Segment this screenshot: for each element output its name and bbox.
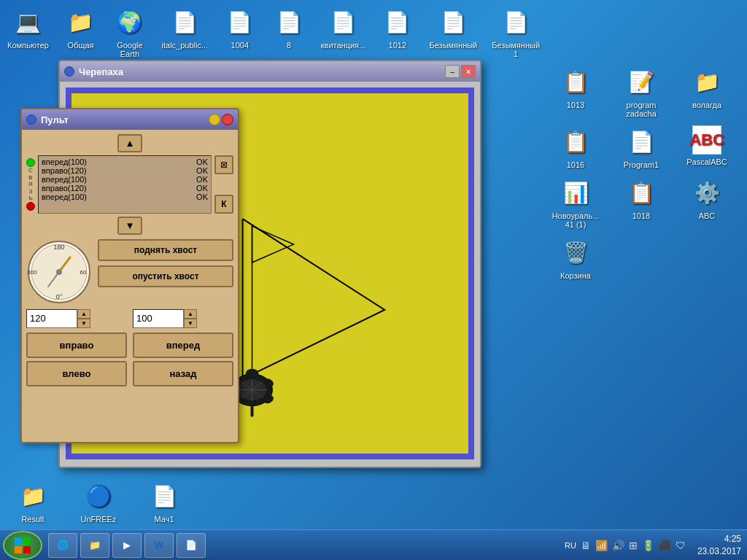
log-status-4: OK <box>196 192 208 201</box>
log-k-button[interactable]: К <box>214 195 233 214</box>
audio-icon[interactable]: 🔊 <box>612 540 624 551</box>
network-icon[interactable]: 📶 <box>595 540 608 551</box>
abc-icon: ⚙️ <box>691 176 723 209</box>
usb-icon[interactable]: ⬛ <box>659 540 671 551</box>
main-window-title: Черепаха <box>79 66 123 77</box>
taskbar-ie-btn[interactable]: 🌐 <box>48 533 77 558</box>
main-window-titlebar: Черепаха – ✕ <box>60 61 480 82</box>
icon-label-8: 8 <box>287 41 291 50</box>
arrow-down-button[interactable]: ▼ <box>117 217 142 235</box>
file-1016-icon: 📋 <box>560 125 592 158</box>
log-row-4: вперед(100) OK <box>42 192 208 201</box>
monitor-icon[interactable]: ⊞ <box>629 540 638 551</box>
log-row-3: вправо(120) OK <box>42 184 208 192</box>
taskbar-file-btn[interactable]: 📄 <box>177 533 206 558</box>
angle-spin-down[interactable]: ▼ <box>77 319 90 328</box>
desktop-icon-1013[interactable]: 📋 1013 <box>550 66 601 118</box>
icon-label-1016: 1016 <box>567 160 584 169</box>
italc-icon: 📄 <box>169 6 201 38</box>
kvitancia-icon: 📄 <box>327 6 359 38</box>
taskbar-word-btn[interactable]: W <box>144 533 174 558</box>
indicator-green <box>26 158 35 167</box>
pult-close-btn[interactable] <box>222 114 233 125</box>
icon-label-volagda: волагда <box>692 101 721 109</box>
desktop-icon-result[interactable]: 📁 Result <box>7 480 58 524</box>
program1-icon: 📄 <box>625 125 657 158</box>
desktop-icon-1018[interactable]: 📋 1018 <box>616 176 667 229</box>
programzadacha-icon: 📝 <box>625 66 657 98</box>
taskbar-media-btn[interactable]: ▶ <box>112 533 142 558</box>
opustit-button[interactable]: опустить хвост <box>98 265 233 287</box>
vpered-button[interactable]: вперед <box>133 332 233 358</box>
mach1-icon: 📄 <box>148 480 180 512</box>
angle-spin-up[interactable]: ▲ <box>77 309 90 319</box>
arrow-up-button[interactable]: ▲ <box>117 134 142 152</box>
icon-label-computer: Компьютер <box>7 41 49 50</box>
pult-window-controls <box>209 114 233 125</box>
desktop-icon-folder[interactable]: 📁 Общая <box>63 6 98 50</box>
file-1004-icon: 📄 <box>224 6 256 38</box>
icon-label-korzina: Корзина <box>560 271 591 280</box>
vpravo-button[interactable]: вправо <box>26 332 127 358</box>
pult-window-icon <box>26 114 36 125</box>
icon-label-italc: italc_public... <box>162 41 209 50</box>
desktop-icon-computer[interactable]: 💻 Компьютер <box>7 6 49 50</box>
desktop-icon-abc[interactable]: ⚙️ ABC <box>681 176 732 229</box>
desktop-icon-bezym1[interactable]: 📄 Безымянный <box>430 6 478 50</box>
taskbar-tray: RU 🖥 📶 🔊 ⊞ 🔋 ⬛ 🛡 <box>559 540 692 551</box>
icon-label-abc: ABC <box>699 211 716 220</box>
controls-row: 180 0° 300 60 поднять хвост опустить хво… <box>26 239 233 305</box>
clock[interactable]: 4:25 23.03.2017 <box>692 533 747 558</box>
nvidia-icon[interactable]: 🖥 <box>581 540 591 551</box>
svg-rect-26 <box>23 546 31 553</box>
file-8-icon: 📄 <box>273 6 305 38</box>
steps-spin-up[interactable]: ▲ <box>184 309 197 319</box>
steps-spin-down[interactable]: ▼ <box>184 319 197 328</box>
desktop-icon-1004[interactable]: 📄 1004 <box>222 6 257 50</box>
main-window-icon <box>64 66 74 77</box>
desktop-icon-8[interactable]: 📄 8 <box>271 6 306 50</box>
desktop-icon-1016[interactable]: 📋 1016 <box>550 125 601 169</box>
log-cmd-2: вперед(100) <box>42 175 87 184</box>
desktop-icon-kvitancia[interactable]: 📄 квитанция... <box>321 6 365 50</box>
start-button[interactable] <box>3 531 42 560</box>
desktop-icon-mach1[interactable]: 📄 Мач1 <box>139 480 190 524</box>
log-table: вперед(100) OK вправо(120) OK вперед(100… <box>38 155 212 214</box>
desktop-icon-bezym2[interactable]: 📄 Безымянный 1 <box>492 6 540 58</box>
angle-spin: ▲ ▼ <box>77 309 90 328</box>
log-status-1: OK <box>196 166 208 175</box>
podniat-button[interactable]: поднять хвост <box>98 239 233 261</box>
security-icon[interactable]: 🛡 <box>676 540 686 551</box>
main-window-close[interactable]: ✕ <box>461 65 476 78</box>
desktop-icon-novour[interactable]: 📊 Новоураль... 41 (1) <box>550 176 601 229</box>
taskbar: 🌐 📁 ▶ W 📄 RU 🖥 📶 🔊 ⊞ 🔋 ⬛ 🛡 <box>0 529 747 560</box>
nazad-button[interactable]: назад <box>133 361 233 386</box>
bottom-icons: 📁 Result 🔵 UnFREEz 📄 Мач1 <box>7 480 190 524</box>
desktop-icon-earth[interactable]: 🌍 Google Earth <box>112 6 147 58</box>
desktop-icon-program1[interactable]: 📄 Program1 <box>616 125 667 169</box>
desktop-icon-unfreez[interactable]: 🔵 UnFREEz <box>73 480 124 524</box>
earth-icon: 🌍 <box>114 6 146 38</box>
desktop-icon-1012[interactable]: 📄 1012 <box>380 6 414 50</box>
desktop-icon-italc[interactable]: 📄 italc_public... <box>162 6 209 50</box>
icon-label-bezym1: Безымянный <box>430 41 478 50</box>
angle-input[interactable] <box>26 309 77 328</box>
svg-point-6 <box>246 369 259 379</box>
main-window-minimize[interactable]: – <box>445 65 460 78</box>
bezym1-icon: 📄 <box>437 6 469 38</box>
taskbar-explorer-btn[interactable]: 📁 <box>80 533 109 558</box>
desktop-icon-pascalabc[interactable]: ABC PascalABC <box>681 125 732 169</box>
svg-text:300: 300 <box>27 269 37 276</box>
battery-icon[interactable]: 🔋 <box>642 540 654 551</box>
log-section: СВЯЗЬ вперед(100) OK вправо(120) OK впер… <box>26 155 233 214</box>
pult-minimize-btn[interactable] <box>209 114 220 125</box>
desktop-icon-korzina[interactable]: 🗑️ Корзина <box>550 236 601 280</box>
vlevo-button[interactable]: влево <box>26 361 127 386</box>
lang-indicator[interactable]: RU <box>565 541 576 550</box>
volagda-icon: 📁 <box>691 66 723 98</box>
desktop-icon-programzadacha[interactable]: 📝 program zadacha <box>616 66 667 118</box>
desktop-icon-volagda[interactable]: 📁 волагда <box>681 66 732 118</box>
log-clear-button[interactable]: ⊠ <box>214 155 233 174</box>
steps-input[interactable] <box>133 309 184 328</box>
clock-date: 23.03.2017 <box>697 545 741 558</box>
